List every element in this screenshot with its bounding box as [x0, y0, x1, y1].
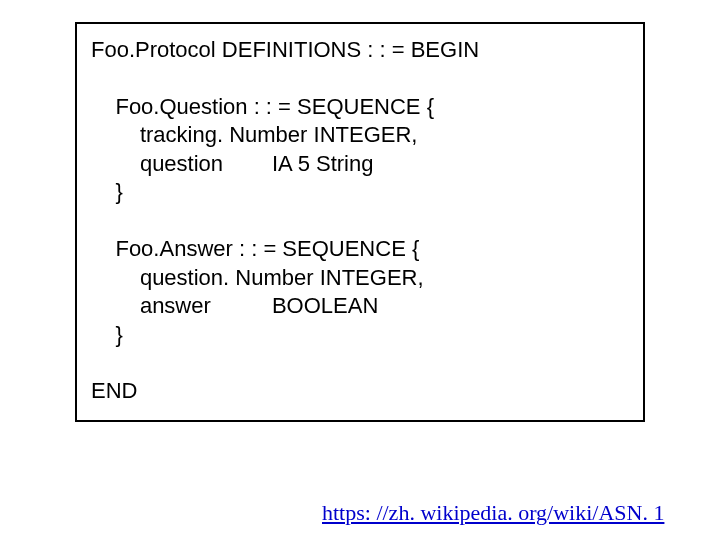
code-line: Foo.Protocol DEFINITIONS : : = BEGIN	[91, 36, 629, 65]
code-line: }	[91, 321, 629, 350]
code-line: question IA 5 String	[91, 150, 629, 179]
source-link[interactable]: https: //zh. wikipedia. org/wiki/ASN. 1	[322, 500, 664, 526]
code-line: tracking. Number INTEGER,	[91, 121, 629, 150]
code-line: answer BOOLEAN	[91, 292, 629, 321]
blank-line	[91, 65, 629, 93]
code-line: Foo.Answer : : = SEQUENCE {	[91, 235, 629, 264]
blank-line	[91, 207, 629, 235]
code-line: question. Number INTEGER,	[91, 264, 629, 293]
code-line: Foo.Question : : = SEQUENCE {	[91, 93, 629, 122]
blank-line	[91, 349, 629, 377]
code-definition-box: Foo.Protocol DEFINITIONS : : = BEGIN Foo…	[75, 22, 645, 422]
code-line: }	[91, 178, 629, 207]
code-line: END	[91, 377, 629, 406]
